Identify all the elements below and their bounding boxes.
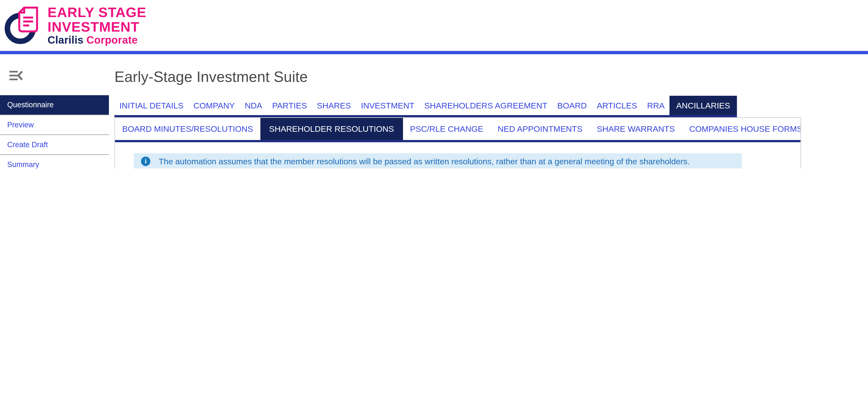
subtab-shareholder-resolutions[interactable]: SHAREHOLDER RESOLUTIONS bbox=[260, 118, 403, 140]
tab-company[interactable]: COMPANY bbox=[189, 96, 240, 115]
clarilis-logo bbox=[4, 3, 42, 48]
page-title: Early-Stage Investment Suite bbox=[115, 68, 308, 86]
app-header: EARLY STAGE INVESTMENT Clarilis Corporat… bbox=[0, 0, 868, 51]
tab-ancillaries[interactable]: ANCILLARIES bbox=[670, 96, 737, 115]
subtab-share-warrants[interactable]: SHARE WARRANTS bbox=[590, 118, 682, 140]
tab-investment[interactable]: INVESTMENT bbox=[356, 96, 419, 115]
tab-articles[interactable]: ARTICLES bbox=[592, 96, 642, 115]
sidebar-item-create-draft[interactable]: Create Draft bbox=[0, 135, 109, 155]
subtab-companies-house-forms[interactable]: COMPANIES HOUSE FORMS bbox=[682, 118, 801, 140]
brand-sub-name: Clarilis bbox=[48, 34, 84, 46]
tab-board[interactable]: BOARD bbox=[552, 96, 592, 115]
subtab-ned-appointments[interactable]: NED APPOINTMENTS bbox=[491, 118, 590, 140]
sidebar-item-summary[interactable]: Summary bbox=[0, 155, 109, 168]
sidebar-item-preview[interactable]: Preview bbox=[0, 115, 109, 135]
info-icon: i bbox=[141, 157, 151, 166]
subtab-board-minutes-resolutions[interactable]: BOARD MINUTES/RESOLUTIONS bbox=[115, 118, 260, 140]
subtab-psc-rle-change[interactable]: PSC/RLE CHANGE bbox=[403, 118, 491, 140]
tab-initial-details[interactable]: INITIAL DETAILS bbox=[115, 96, 189, 115]
sidebar: Questionnaire Preview Create Draft Summa… bbox=[0, 95, 109, 168]
main-tab-bar: INITIAL DETAILS COMPANY NDA PARTIES SHAR… bbox=[115, 96, 737, 117]
sub-tab-bar: BOARD MINUTES/RESOLUTIONS SHAREHOLDER RE… bbox=[115, 118, 801, 142]
tab-shareholders-agreement[interactable]: SHAREHOLDERS AGREEMENT bbox=[419, 96, 552, 115]
sidebar-item-questionnaire[interactable]: Questionnaire bbox=[0, 95, 109, 115]
brand-sub-suffix: Corporate bbox=[87, 34, 137, 46]
tab-nda[interactable]: NDA bbox=[240, 96, 267, 115]
collapse-menu-icon[interactable] bbox=[9, 70, 23, 82]
info-banner-text: The automation assumes that the member r… bbox=[159, 153, 690, 168]
brand-line1: EARLY STAGE bbox=[48, 5, 146, 19]
tab-rra[interactable]: RRA bbox=[642, 96, 670, 115]
content-panel: BOARD MINUTES/RESOLUTIONS SHAREHOLDER RE… bbox=[115, 117, 801, 168]
tab-shares[interactable]: SHARES bbox=[312, 96, 356, 115]
brand-line2: INVESTMENT bbox=[48, 19, 146, 34]
info-banner: i The automation assumes that the member… bbox=[134, 153, 742, 168]
app-window: EARLY STAGE INVESTMENT Clarilis Corporat… bbox=[0, 0, 868, 168]
brand-text: EARLY STAGE INVESTMENT Clarilis Corporat… bbox=[48, 5, 146, 47]
tab-parties[interactable]: PARTIES bbox=[267, 96, 312, 115]
header-divider-bar bbox=[0, 51, 868, 54]
document-icon bbox=[19, 8, 37, 31]
